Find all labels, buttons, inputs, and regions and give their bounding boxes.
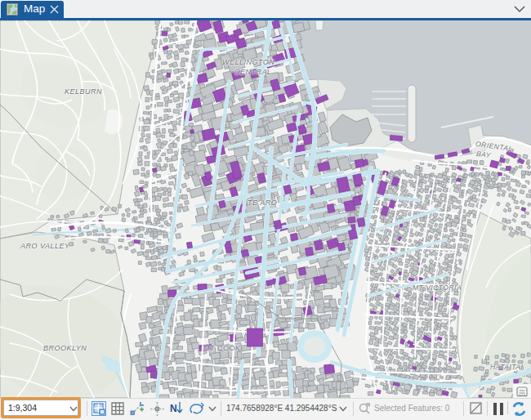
svg-text:N: N	[170, 403, 177, 414]
